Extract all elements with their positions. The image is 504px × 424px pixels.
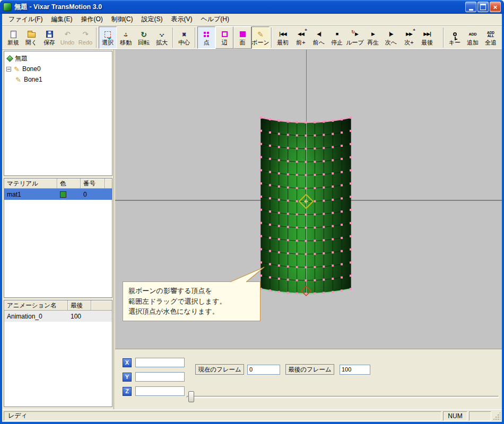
status-bar: レディ NUM xyxy=(2,409,502,422)
minimize-button[interactable] xyxy=(465,2,476,12)
material-list: マテリアル 色 番号 mat1 0 xyxy=(4,178,112,298)
edge-mode-icon xyxy=(222,31,228,37)
toolbar: 新規 開く 保存 ↶ Undo ↷ Redo 選択 xyxy=(2,25,502,50)
material-color-header[interactable]: 色 xyxy=(57,179,81,189)
animation-list-header: アニメーション名 最後 xyxy=(4,301,112,311)
menu-help[interactable]: ヘルプ(H) xyxy=(196,13,233,25)
tree-expander-icon[interactable] xyxy=(6,67,11,72)
bone-pen-icon: ✎ xyxy=(256,30,265,39)
tree-item-bone0[interactable]: ✎ Bone0 xyxy=(5,64,111,74)
play-button[interactable]: ▶ 再生 xyxy=(364,26,382,49)
current-frame-input[interactable] xyxy=(247,365,280,375)
menu-bar: ファイル(F) 編集(E) 操作(O) 制御(C) 設定(S) 表示(V) ヘル… xyxy=(2,14,502,25)
hint-bubble-tail xyxy=(229,266,272,283)
tree-item-root[interactable]: 無題 xyxy=(5,53,111,64)
toolbar-separator xyxy=(195,28,196,48)
prev-frame-button[interactable]: ◀| 前へ xyxy=(310,26,328,49)
status-extra-pane xyxy=(469,411,491,421)
viewport[interactable]: 親ボーンの影響する頂点を 範囲左ドラッグで選択します。 選択頂点が水色になります… xyxy=(115,50,502,349)
material-number-header[interactable]: 番号 xyxy=(81,179,105,189)
save-button[interactable]: 保存 xyxy=(40,26,58,49)
axis-x-input[interactable] xyxy=(135,358,185,367)
open-folder-icon xyxy=(28,32,36,38)
material-name-header[interactable]: マテリアル xyxy=(4,179,57,189)
last-frame-input[interactable] xyxy=(340,365,370,375)
open-button[interactable]: 開く xyxy=(22,26,40,49)
bone-mode-button[interactable]: ✎ ボーン xyxy=(251,26,270,49)
tree-item-label: 無題 xyxy=(15,54,28,63)
select-mode-button[interactable]: 選択 xyxy=(99,26,117,49)
add-key-button[interactable]: ADD 追加 xyxy=(464,26,482,49)
scene-tree: 無題 ✎ Bone0 ✎ Bone1 xyxy=(4,51,112,176)
axis-z-row: Z xyxy=(123,386,185,396)
center-button[interactable]: +× 中心 xyxy=(175,26,193,49)
first-frame-button[interactable]: |◀◀ 最初 xyxy=(274,26,292,49)
cylinder-mesh[interactable] xyxy=(260,117,352,295)
move-arrows-icon: ↔↕ xyxy=(121,30,130,39)
skip-to-start-icon: |◀◀ xyxy=(279,30,287,39)
app-window: 無題 - Vixar TransMotion 3.0 × ファイル(F) 編集(… xyxy=(0,0,504,424)
scale-button[interactable]: ↔↔ 拡大 xyxy=(153,26,171,49)
undo-button: ↶ Undo xyxy=(58,26,76,49)
redo-button: ↷ Redo xyxy=(76,26,94,49)
title-bar[interactable]: 無題 - Vixar TransMotion 3.0 × xyxy=(0,0,504,14)
last-frame-button[interactable]: ▶▶| 最後 xyxy=(418,26,436,49)
toolbar-separator xyxy=(443,28,444,48)
save-floppy-icon xyxy=(46,31,53,38)
face-mode-button[interactable]: 面 xyxy=(233,26,251,49)
menu-settings[interactable]: 設定(S) xyxy=(137,13,167,25)
hint-bubble: 親ボーンの影響する頂点を 範囲左ドラッグで選択します。 選択頂点が水色になります… xyxy=(123,281,260,321)
animation-name-cell: Animation_0 xyxy=(4,313,68,320)
bottom-panel: X Y Z 現在のフレーム 最後のフレーム xyxy=(115,349,502,409)
menu-control[interactable]: 制御(C) xyxy=(107,13,137,25)
menu-view[interactable]: 表示(V) xyxy=(167,13,196,25)
redo-arrow-icon: ↷ xyxy=(81,30,90,39)
axis-x-row: X xyxy=(123,358,185,367)
key-button[interactable]: キー xyxy=(446,26,464,49)
maximize-button[interactable] xyxy=(477,2,489,12)
animation-last-header[interactable]: 最後 xyxy=(68,301,91,311)
animation-row[interactable]: Animation_0 100 xyxy=(4,311,112,322)
vertex-mode-button[interactable]: 点 xyxy=(197,26,215,49)
toolbar-separator xyxy=(271,28,272,48)
close-button[interactable]: × xyxy=(490,2,501,12)
new-button[interactable]: 新規 xyxy=(4,26,22,49)
menu-file[interactable]: ファイル(F) xyxy=(4,13,47,25)
bone-icon: ✎ xyxy=(14,66,20,73)
next-frame-button[interactable]: |▶ 次へ xyxy=(382,26,400,49)
undo-arrow-icon: ↶ xyxy=(63,30,72,39)
resize-grip[interactable] xyxy=(493,412,500,420)
axis-z-label: Z xyxy=(123,387,132,396)
prev-add-button[interactable]: ◀◀+ 前+ xyxy=(292,26,310,49)
material-name-cell: mat1 xyxy=(4,191,57,198)
animation-list: アニメーション名 最後 Animation_0 100 xyxy=(4,300,112,407)
rotate-button[interactable]: ↻ 回転 xyxy=(135,26,153,49)
frame-slider-thumb[interactable] xyxy=(188,391,194,402)
axis-y-label: Y xyxy=(123,373,132,382)
move-button[interactable]: ↔↕ 移動 xyxy=(117,26,135,49)
next-add-button[interactable]: ▶▶+ 次+ xyxy=(400,26,418,49)
skip-to-end-icon: ▶▶| xyxy=(423,30,431,39)
stop-button[interactable]: ■ 停止 xyxy=(328,26,346,49)
toolbar-separator xyxy=(172,28,173,48)
loop-button[interactable]: ↻▶ ループ xyxy=(346,26,364,49)
axis-z-input[interactable] xyxy=(135,386,185,396)
face-mode-icon xyxy=(240,31,246,37)
key-icon xyxy=(453,32,457,36)
material-row[interactable]: mat1 0 xyxy=(4,189,112,200)
axis-y-input[interactable] xyxy=(135,372,185,382)
left-panel: 無題 ✎ Bone0 ✎ Bone1 マテリアル 色 番号 xyxy=(2,50,114,409)
menu-edit[interactable]: 編集(E) xyxy=(47,13,76,25)
animation-name-header[interactable]: アニメーション名 xyxy=(4,301,68,311)
tree-item-bone1[interactable]: ✎ Bone1 xyxy=(5,74,111,85)
status-num-indicator: NUM xyxy=(443,411,467,421)
material-header-filler xyxy=(105,179,112,189)
last-frame-group: 最後のフレーム xyxy=(285,364,370,375)
edge-mode-button[interactable]: 辺 xyxy=(215,26,233,49)
status-message: レディ xyxy=(4,411,441,421)
loop-play-icon: ↻▶ xyxy=(351,30,359,39)
add-all-keys-button[interactable]: ADD ALL 全追 xyxy=(482,26,500,49)
center-icon: +× xyxy=(180,30,188,39)
menu-operation[interactable]: 操作(O) xyxy=(76,13,107,25)
frame-slider-track[interactable] xyxy=(187,396,499,398)
